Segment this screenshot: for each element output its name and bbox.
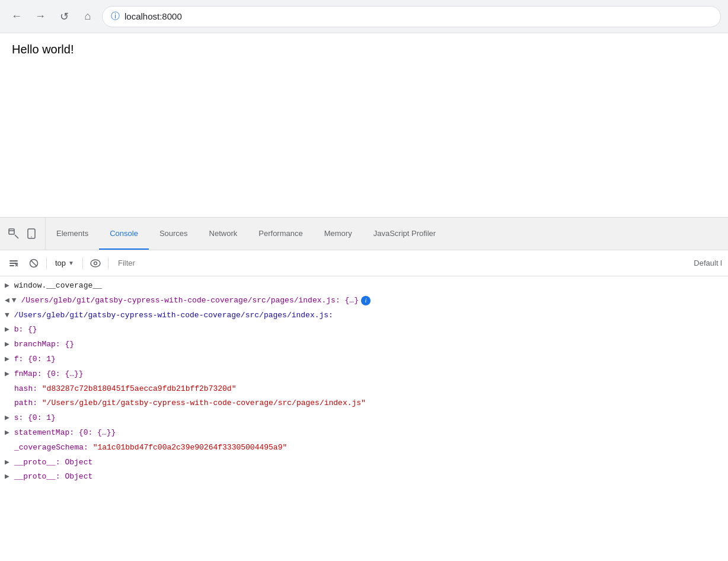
page-content: Hello world! (0, 33, 728, 217)
browser-chrome: ← → ↺ ⌂ ⓘ localhost:8000 (0, 0, 728, 33)
expand-branchmap[interactable]: ▶ (5, 339, 14, 351)
branchmap-val: branchMap: {} (14, 339, 74, 351)
console-line-proto2: ▶ __proto__: Object (0, 470, 728, 485)
filter-input[interactable] (113, 256, 689, 270)
svg-point-2 (31, 237, 32, 238)
clear-console-button[interactable] (6, 256, 21, 271)
hash-val: "d83287c72b8180451f5aecca9fdb21bff2b7320… (42, 383, 237, 396)
devtools-tab-bar: Elements Console Sources Network Perform… (0, 218, 728, 250)
expand-statementmap[interactable]: ▶ (5, 427, 14, 439)
statementmap-val: statementMap: {0: {…}} (14, 427, 116, 439)
coverageschema-val: "1a1c01bbd47fc00a2c39e90264f33305004495a… (93, 442, 288, 454)
expand-arrow-2[interactable]: ▼ (12, 295, 21, 307)
block-requests-button[interactable] (26, 256, 41, 271)
svg-rect-5 (9, 265, 14, 266)
back-button[interactable]: ← (7, 7, 26, 26)
expand-b[interactable]: ▶ (5, 324, 14, 336)
tab-elements[interactable]: Elements (46, 218, 99, 250)
forward-button[interactable]: → (31, 7, 50, 26)
element-selector-icon[interactable] (7, 227, 20, 240)
default-levels-label: Default l (694, 259, 722, 267)
toolbar-separator-1 (46, 257, 47, 269)
home-button[interactable]: ⌂ (78, 7, 97, 26)
address-bar[interactable]: ⓘ localhost:8000 (102, 6, 721, 27)
context-selector[interactable]: top ▼ (52, 256, 78, 270)
console-line-hash: hash: "d83287c72b8180451f5aecca9fdb21bff… (0, 382, 728, 397)
devtools-panel: Elements Console Sources Network Perform… (0, 217, 728, 561)
url-display: localhost:8000 (124, 11, 712, 21)
console-line-proto1: ▶ __proto__: Object (0, 455, 728, 470)
svg-rect-3 (9, 260, 18, 262)
proto1-val: __proto__: Object (14, 457, 93, 469)
coverageschema-key: _coverageSchema: (14, 442, 93, 454)
page-heading: Hello world! (12, 43, 716, 56)
expand-f[interactable]: ▶ (5, 353, 14, 366)
svg-point-8 (91, 260, 100, 267)
expand-arrow-1[interactable]: ▶ (5, 280, 14, 292)
fnmap-val: fnMap: {0: {…}} (14, 368, 84, 381)
info-icon: ⓘ (111, 11, 120, 22)
svg-rect-4 (9, 263, 18, 264)
dropdown-arrow: ▼ (68, 260, 74, 266)
tab-performance[interactable]: Performance (248, 218, 313, 250)
console-line-f: ▶ f: {0: 1} (0, 352, 728, 367)
console-line-statementmap: ▶ statementMap: {0: {…}} (0, 426, 728, 441)
toolbar-separator-2 (82, 257, 83, 269)
console-line-s: ▶ s: {0: 1} (0, 411, 728, 426)
refresh-button[interactable]: ↺ (55, 7, 74, 26)
expand-fnmap[interactable]: ▶ (5, 368, 14, 381)
tab-memory[interactable]: Memory (314, 218, 363, 250)
b-val: b: {} (14, 324, 37, 336)
tab-network[interactable]: Network (199, 218, 248, 250)
sub-path: /Users/gleb/git/gatsby-cypress-with-code… (14, 310, 333, 322)
console-output: ▶ window.__coverage__ ◀ ▼ /Users/gleb/gi… (0, 276, 728, 561)
console-line-b: ▶ b: {} (0, 323, 728, 337)
console-line-2: ◀ ▼ /Users/gleb/git/gatsby-cypress-with-… (0, 294, 728, 308)
svg-rect-0 (9, 229, 14, 234)
svg-line-7 (31, 260, 37, 266)
proto2-val: __proto__: Object (14, 471, 93, 483)
console-line-1: ▶ window.__coverage__ (0, 279, 728, 294)
devtools-toolbar: top ▼ Default l (0, 250, 728, 276)
svg-point-9 (94, 262, 97, 264)
devtools-icon-group (0, 218, 46, 250)
path-key: path: (14, 397, 42, 410)
object-key: /Users/gleb/git/gatsby-cypress-with-code… (21, 295, 359, 307)
info-badge: i (361, 296, 371, 305)
line1-text: window.__coverage__ (14, 280, 102, 292)
expand-proto1[interactable]: ▶ (5, 457, 14, 469)
mobile-icon[interactable] (25, 227, 38, 240)
hash-key: hash: (14, 383, 42, 396)
console-line-3: ▼ /Users/gleb/git/gatsby-cypress-with-co… (0, 308, 728, 323)
f-val: f: {0: 1} (14, 353, 56, 366)
expand-proto2[interactable]: ▶ (5, 471, 14, 483)
expand-s[interactable]: ▶ (5, 412, 14, 425)
tab-console[interactable]: Console (99, 218, 149, 250)
console-line-path: path: "/Users/gleb/git/gatsby-cypress-wi… (0, 396, 728, 411)
eye-icon[interactable] (88, 256, 103, 271)
console-line-coverageschema: _coverageSchema: "1a1c01bbd47fc00a2c39e9… (0, 441, 728, 455)
expand-arrow-3[interactable]: ▼ (5, 310, 14, 322)
s-val: s: {0: 1} (14, 412, 56, 425)
toolbar-separator-3 (108, 257, 108, 269)
path-val: "/Users/gleb/git/gatsby-cypress-with-cod… (42, 397, 366, 410)
console-line-fnmap: ▶ fnMap: {0: {…}} (0, 367, 728, 382)
back-caret[interactable]: ◀ (5, 295, 9, 307)
tab-javascript-profiler[interactable]: JavaScript Profiler (363, 218, 446, 250)
tab-sources[interactable]: Sources (149, 218, 199, 250)
console-line-branchmap: ▶ branchMap: {} (0, 337, 728, 352)
